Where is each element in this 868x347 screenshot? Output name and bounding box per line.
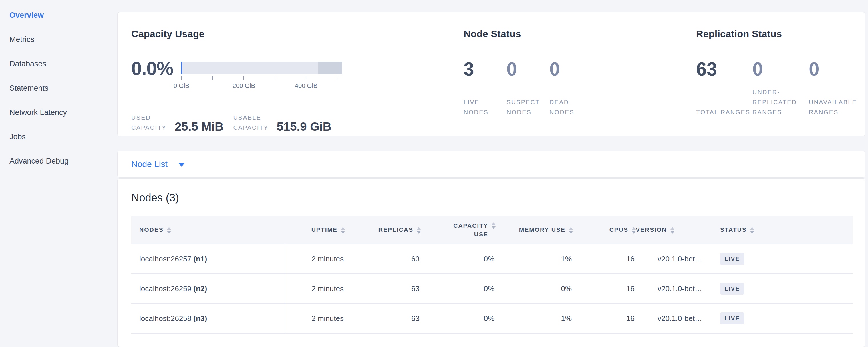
axis-label-400gib: 400 GiB bbox=[295, 82, 318, 90]
column-header-replicas[interactable]: REPLICAS bbox=[345, 216, 421, 244]
total-ranges-label: TOTAL RANGES bbox=[696, 107, 750, 117]
capacity-usage-section: Capacity Usage 0.0% bbox=[131, 28, 464, 136]
status-badge: LIVE bbox=[720, 253, 744, 265]
node-name: (n2) bbox=[193, 284, 207, 293]
table-header-row: NODES UPTIME REPLICAS CAPACITY USE bbox=[131, 216, 853, 244]
sidebar-item-overview[interactable]: Overview bbox=[9, 11, 117, 20]
nodes-table: NODES UPTIME REPLICAS CAPACITY USE bbox=[131, 216, 853, 334]
usable-capacity-stat: USABLE CAPACITY 515.9 GiB bbox=[233, 113, 331, 132]
sidebar-item-statements[interactable]: Statements bbox=[9, 84, 117, 93]
status-badge: LIVE bbox=[720, 312, 744, 324]
column-header-capacity-use[interactable]: CAPACITY USE bbox=[421, 216, 496, 244]
sort-icon bbox=[341, 226, 345, 234]
view-selector-card: Node List bbox=[117, 151, 865, 178]
total-ranges-count: 63 bbox=[696, 60, 752, 78]
column-header-memory-use[interactable]: MEMORY USE bbox=[496, 216, 573, 244]
nodes-table-card: Nodes (3) NODES UPTIME bbox=[117, 178, 865, 347]
node-address-cell[interactable]: localhost:26257 (n1) bbox=[131, 244, 285, 274]
axis-label-200gib: 200 GiB bbox=[232, 82, 255, 90]
replication-status-title: Replication Status bbox=[696, 28, 865, 39]
used-capacity-label: USED CAPACITY bbox=[131, 113, 171, 132]
sidebar-item-advanced-debug[interactable]: Advanced Debug bbox=[9, 157, 117, 166]
sidebar-nav: Overview Metrics Databases Statements Ne… bbox=[0, 0, 117, 347]
sort-icon bbox=[632, 226, 636, 234]
dead-nodes-count: 0 bbox=[549, 60, 592, 78]
version-cell: v20.1.0-bet… bbox=[636, 274, 720, 304]
status-cell: LIVE bbox=[720, 244, 853, 274]
suspect-nodes-label: SUSPECT NODES bbox=[506, 97, 541, 117]
cluster-overview-card: Capacity Usage 0.0% bbox=[117, 12, 865, 136]
uptime-cell: 2 minutes bbox=[285, 244, 345, 274]
uptime-cell: 2 minutes bbox=[285, 274, 345, 304]
unavailable-ranges-label: UNAVAILABLE RANGES bbox=[809, 97, 863, 117]
memory-use-cell: 1% bbox=[496, 304, 573, 333]
usable-capacity-label: USABLE CAPACITY bbox=[233, 113, 273, 132]
cpus-cell: 16 bbox=[573, 274, 636, 304]
app-root: Overview Metrics Databases Statements Ne… bbox=[0, 0, 868, 347]
sidebar-item-databases[interactable]: Databases bbox=[9, 60, 117, 68]
sort-icon bbox=[569, 226, 573, 234]
memory-use-cell: 1% bbox=[496, 244, 573, 274]
cpus-cell: 16 bbox=[573, 244, 636, 274]
capacity-use-cell: 0% bbox=[421, 274, 496, 304]
status-cell: LIVE bbox=[720, 274, 853, 304]
sidebar-item-network-latency[interactable]: Network Latency bbox=[9, 108, 117, 117]
used-capacity-stat: USED CAPACITY 25.5 MiB bbox=[131, 113, 223, 132]
uptime-cell: 2 minutes bbox=[285, 304, 345, 333]
node-address-cell[interactable]: localhost:26259 (n2) bbox=[131, 274, 285, 304]
version-cell: v20.1.0-bet… bbox=[636, 244, 720, 274]
capacity-use-cell: 0% bbox=[421, 304, 496, 333]
capacity-used-percent: 0.0% bbox=[131, 59, 173, 90]
main-content: Capacity Usage 0.0% bbox=[117, 0, 868, 347]
sort-icon bbox=[750, 226, 754, 234]
cpus-cell: 16 bbox=[573, 304, 636, 333]
status-badge: LIVE bbox=[720, 283, 744, 295]
capacity-axis-ticks bbox=[181, 76, 342, 80]
sidebar-item-metrics[interactable]: Metrics bbox=[9, 35, 117, 44]
replicas-cell: 63 bbox=[345, 274, 421, 304]
column-header-status[interactable]: STATUS bbox=[720, 216, 853, 244]
node-status-section: Node Status 3 0 0 LIVE NODES SUSPECT NOD… bbox=[464, 28, 696, 136]
usable-capacity-value: 515.9 GiB bbox=[277, 121, 331, 132]
table-row: localhost:26258 (n3) 2 minutes 63 0% 1% … bbox=[131, 304, 853, 333]
capacity-bar-used-segment bbox=[181, 62, 182, 74]
axis-label-0gib: 0 GiB bbox=[174, 82, 189, 90]
suspect-nodes-count: 0 bbox=[506, 60, 549, 78]
column-header-nodes[interactable]: NODES bbox=[131, 216, 285, 244]
dead-nodes-label: DEAD NODES bbox=[549, 97, 584, 117]
live-nodes-count: 3 bbox=[464, 60, 506, 78]
capacity-axis-labels: 0 GiB 200 GiB 400 GiB bbox=[181, 82, 342, 90]
capacity-bar-other-segment bbox=[318, 62, 342, 74]
node-list-dropdown[interactable]: Node List bbox=[131, 159, 185, 169]
under-replicated-ranges-label: UNDER-REPLICATED RANGES bbox=[752, 87, 807, 117]
live-nodes-label: LIVE NODES bbox=[464, 97, 498, 117]
sort-icon bbox=[492, 221, 496, 229]
node-list-dropdown-label: Node List bbox=[131, 159, 167, 169]
sidebar-item-jobs[interactable]: Jobs bbox=[9, 132, 117, 141]
memory-use-cell: 0% bbox=[496, 274, 573, 304]
table-row: localhost:26259 (n2) 2 minutes 63 0% 0% … bbox=[131, 274, 853, 304]
capacity-usage-title: Capacity Usage bbox=[131, 28, 464, 39]
capacity-use-cell: 0% bbox=[421, 244, 496, 274]
capacity-bar-chart: 0 GiB 200 GiB 400 GiB bbox=[181, 59, 342, 90]
sort-icon bbox=[167, 226, 171, 234]
version-cell: v20.1.0-bet… bbox=[636, 304, 720, 333]
replicas-cell: 63 bbox=[345, 304, 421, 333]
chevron-down-icon bbox=[179, 163, 185, 167]
nodes-section-title: Nodes (3) bbox=[131, 192, 853, 204]
node-name: (n3) bbox=[193, 314, 207, 323]
replication-status-section: Replication Status 63 0 0 TOTAL RANGES U… bbox=[696, 28, 865, 136]
column-header-cpus[interactable]: CPUS bbox=[573, 216, 636, 244]
node-name: (n1) bbox=[193, 255, 207, 263]
sort-icon bbox=[671, 226, 674, 234]
column-header-uptime[interactable]: UPTIME bbox=[285, 216, 345, 244]
capacity-bar-track bbox=[181, 62, 342, 74]
node-status-title: Node Status bbox=[464, 28, 696, 39]
table-row: localhost:26257 (n1) 2 minutes 63 0% 1% … bbox=[131, 244, 853, 274]
replicas-cell: 63 bbox=[345, 244, 421, 274]
status-cell: LIVE bbox=[720, 304, 853, 333]
unavailable-ranges-count: 0 bbox=[809, 60, 865, 78]
node-address-cell[interactable]: localhost:26258 (n3) bbox=[131, 304, 285, 333]
used-capacity-value: 25.5 MiB bbox=[175, 121, 223, 132]
column-header-version[interactable]: VERSION bbox=[636, 216, 720, 244]
